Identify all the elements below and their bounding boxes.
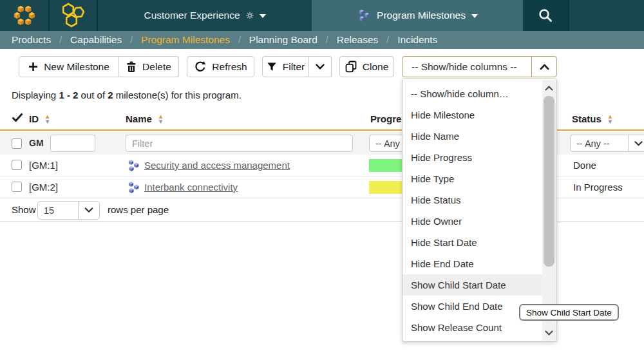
workspace-menu[interactable]: Customer Experience <box>98 0 312 31</box>
breadcrumb-separator: / <box>130 35 133 45</box>
breadcrumb-planning-board[interactable]: Planning Board <box>249 34 317 46</box>
chevron-down-icon <box>316 64 325 70</box>
breadcrumb-incidents[interactable]: Incidents <box>397 34 437 46</box>
milestone-name-link[interactable]: Security and access management <box>144 160 290 171</box>
breadcrumb-separator: / <box>238 35 241 45</box>
breadcrumb-products[interactable]: Products <box>12 34 51 46</box>
plus-icon <box>28 62 38 71</box>
clone-label: Clone <box>363 61 389 73</box>
column-header-status[interactable]: Status ▲▼ <box>572 113 613 124</box>
menu-item-hide-end-date[interactable]: Hide End Date <box>402 253 542 274</box>
chevron-down-icon <box>78 202 99 219</box>
milestone-id: [GM:2] <box>29 182 58 193</box>
milestones-toolbar: New Milestone Delete Refresh Filter <box>0 56 644 77</box>
column-header-name[interactable]: Name ▲▼ <box>126 113 164 124</box>
menu-item-hide-start-date[interactable]: Hide Start Date <box>402 232 542 253</box>
menu-item-hide-type[interactable]: Hide Type <box>402 168 542 189</box>
chevron-up-icon <box>531 57 556 77</box>
top-navigation-bar: Customer Experience Program Milestones <box>0 0 644 31</box>
delete-label: Delete <box>142 61 171 73</box>
id-filter-input[interactable] <box>50 135 95 152</box>
trash-icon <box>126 61 137 73</box>
summary-range: 1 - 2 <box>59 90 78 100</box>
filter-button-group: Filter <box>262 56 332 77</box>
sort-arrows[interactable]: ▲▼ <box>158 114 164 124</box>
breadcrumb-program-milestones[interactable]: Program Milestones <box>141 34 230 46</box>
breadcrumb-capabilities[interactable]: Capabilities <box>70 34 122 46</box>
show-hide-columns-dropdown[interactable]: -- Show/hide columns -- <box>402 56 557 77</box>
menu-item-hide-progress[interactable]: Hide Progress <box>402 147 542 168</box>
status-header-label: Status <box>572 113 601 124</box>
status-filter-select[interactable]: -- Any -- <box>570 135 644 152</box>
filter-button[interactable]: Filter <box>262 56 309 77</box>
menu-item-showhide-placeholder[interactable]: -- Show/hide column… <box>402 83 542 104</box>
show-hide-columns-menu: -- Show/hide column… Hide Milestone Hide… <box>402 79 557 342</box>
chevron-down-icon <box>260 14 266 18</box>
delete-button[interactable]: Delete <box>119 56 179 77</box>
copy-icon <box>345 61 357 73</box>
row-checkbox[interactable] <box>12 182 22 192</box>
spira-cube-ring-icon <box>11 2 38 29</box>
menu-item-hide-name[interactable]: Hide Name <box>402 126 542 147</box>
topbar-spacer <box>569 0 644 31</box>
create-delete-button-group: New Milestone Delete <box>19 56 179 77</box>
checkmark-icon <box>12 113 23 122</box>
menu-item-hide-owner[interactable]: Hide Owner <box>402 211 542 232</box>
breadcrumb-separator: / <box>326 35 328 45</box>
breadcrumb: Products / Capabilities / Program Milest… <box>0 31 644 49</box>
search-icon <box>538 8 553 23</box>
id-prefix-label: GM <box>29 138 44 148</box>
scroll-down-arrow[interactable] <box>542 326 556 339</box>
app-logo[interactable] <box>0 0 50 31</box>
menu-item-tooltip: Show Child Start Date <box>519 304 619 321</box>
show-hide-columns-label: -- Show/hide columns -- <box>402 57 526 77</box>
refresh-button[interactable]: Refresh <box>187 56 254 77</box>
status-value: Done <box>573 160 596 171</box>
search-button[interactable] <box>523 0 569 31</box>
summary-total: 2 <box>108 90 113 100</box>
artifact-name: Program Milestones <box>377 10 466 21</box>
sort-arrows[interactable]: ▲▼ <box>607 114 613 124</box>
funnel-icon <box>267 62 277 71</box>
menu-item-hide-milestone[interactable]: Hide Milestone <box>402 104 542 126</box>
breadcrumb-separator: / <box>386 35 389 45</box>
milestone-icon <box>126 180 140 194</box>
menu-scrollbar[interactable] <box>542 80 556 341</box>
clone-button[interactable]: Clone <box>339 56 394 77</box>
new-milestone-label: New Milestone <box>44 61 109 73</box>
milestone-name-link[interactable]: Interbank connectivity <box>144 182 238 193</box>
workspace-switcher-button[interactable] <box>50 0 98 31</box>
artifact-menu[interactable]: Program Milestones <box>312 0 523 31</box>
milestone-icon <box>126 158 140 173</box>
show-label: Show <box>12 204 36 215</box>
column-header-id[interactable]: ID ▲▼ <box>29 113 50 124</box>
id-header-label: ID <box>29 113 39 124</box>
breadcrumb-separator: / <box>59 35 62 45</box>
name-filter-input[interactable] <box>126 135 353 152</box>
row-checkbox[interactable] <box>12 160 22 170</box>
filter-dropdown-toggle[interactable] <box>309 56 332 77</box>
milestone-id: [GM:1] <box>29 160 58 171</box>
select-all-checkbox[interactable] <box>12 138 22 149</box>
scrollbar-thumb[interactable] <box>544 96 554 267</box>
refresh-icon <box>194 61 206 73</box>
rows-per-page-label: rows per page <box>108 204 169 215</box>
status-value: In Progress <box>573 182 623 193</box>
new-milestone-button[interactable]: New Milestone <box>19 56 119 77</box>
select-all-header[interactable] <box>12 113 23 122</box>
scroll-up-arrow[interactable] <box>542 81 556 95</box>
refresh-label: Refresh <box>212 61 247 73</box>
milestones-icon <box>357 8 371 23</box>
sort-arrows[interactable]: ▲▼ <box>44 114 50 124</box>
chevron-down-icon <box>628 135 644 151</box>
menu-item-hide-status[interactable]: Hide Status <box>402 189 542 211</box>
workspace-name: Customer Experience <box>144 10 240 21</box>
columns-menu-items: -- Show/hide column… Hide Milestone Hide… <box>402 83 542 338</box>
breadcrumb-releases[interactable]: Releases <box>337 34 379 46</box>
chevron-down-icon <box>471 14 478 18</box>
menu-item-show-child-start-date[interactable]: Show Child Start Date <box>402 274 542 296</box>
rows-per-page-select[interactable]: 15 <box>37 201 100 220</box>
filter-label: Filter <box>283 61 305 73</box>
hexagons-icon <box>60 3 87 28</box>
gear-icon <box>245 11 254 20</box>
